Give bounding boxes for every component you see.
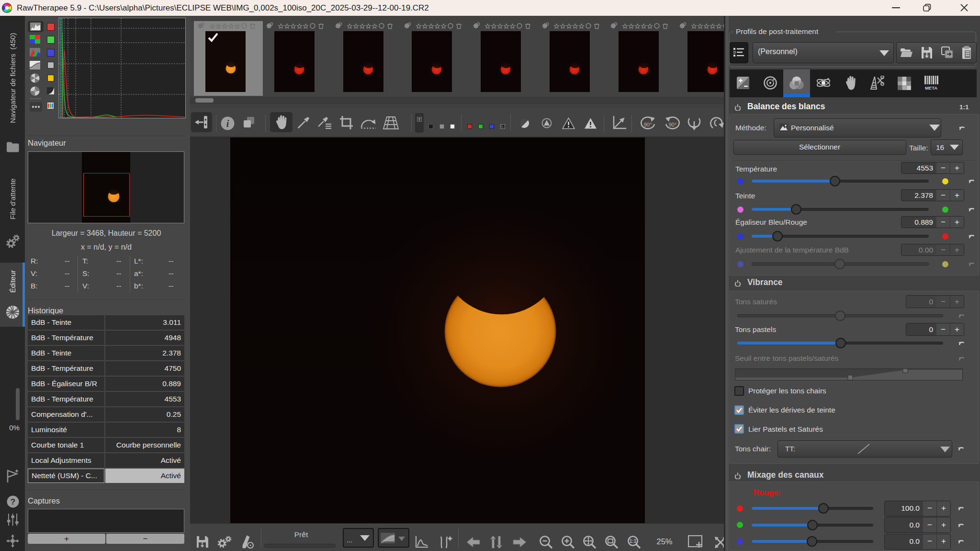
svg-text:META: META bbox=[925, 85, 937, 90]
svg-text:90°: 90° bbox=[669, 122, 677, 127]
svg-text:90°: 90° bbox=[644, 122, 652, 127]
svg-text:T: T bbox=[418, 117, 421, 122]
svg-text:1:1: 1:1 bbox=[630, 539, 637, 544]
svg-text:?: ? bbox=[11, 497, 15, 506]
svg-text:i: i bbox=[226, 118, 229, 129]
